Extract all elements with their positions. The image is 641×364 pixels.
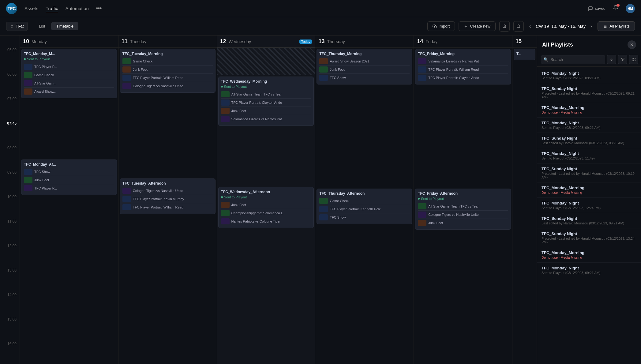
thursday-morning-title: TFC_Thursday_Morning <box>319 52 410 56</box>
friday-name: Friday <box>425 39 437 44</box>
item-thumb <box>221 202 230 208</box>
today-badge: Today <box>299 39 312 44</box>
item-thumb <box>24 177 32 183</box>
create-new-btn[interactable]: Create new <box>459 21 495 31</box>
time-0900: 09:00 <box>0 170 20 195</box>
panel-playlist-1[interactable]: TFC_Sunday Night Protected · Last edited… <box>537 83 641 102</box>
item-thumb <box>24 72 32 78</box>
list-item[interactable]: Game Check <box>122 57 213 66</box>
grid-view-btn[interactable] <box>629 55 638 64</box>
list-item[interactable]: Cologne Tigers vs Nashville Unite <box>418 211 508 219</box>
wednesday-morning-block[interactable]: TFC_Wednesday_Morning Sent to Playout Al… <box>218 77 314 126</box>
list-item[interactable]: TFC Player P... <box>24 63 114 71</box>
monday-morning-status: Sent to Playout <box>24 57 114 61</box>
channel-label: TFC <box>16 24 24 29</box>
friday-afternoon-block[interactable]: TFC_Friday_Afternoon Sent to Playout All… <box>415 189 511 230</box>
playlist-name: TFC_Monday_Night <box>542 151 637 156</box>
panel-playlist-12[interactable]: TFC_Monday_Night Sent to Playout (03/12/… <box>537 263 641 278</box>
list-item[interactable]: All-Star Game: Team TFC vs Tear <box>221 90 311 99</box>
nav-traffic[interactable]: Traffic <box>46 5 58 12</box>
prev-week-btn[interactable]: ‹ <box>527 22 533 30</box>
list-item[interactable]: TFC Player Portrait: Clayton Ande <box>221 99 311 107</box>
list-item[interactable]: TFC Player P... <box>24 184 114 192</box>
view-list-btn[interactable]: List <box>34 22 50 30</box>
list-item[interactable]: TFC Player Portrait: Clayton Ande <box>418 74 508 82</box>
notifications-icon[interactable] <box>613 5 618 12</box>
list-item[interactable]: Junk Foot <box>221 201 311 209</box>
list-item[interactable]: Championshipgame: Salamanca L <box>221 209 311 217</box>
panel-playlist-6[interactable]: TFC_Sunday Night Protected · Last edited… <box>537 163 641 182</box>
next-week-btn[interactable]: › <box>589 22 594 30</box>
list-item[interactable]: Junk Foot <box>418 219 508 227</box>
panel-playlist-3[interactable]: TFC_Monday_Night Sent to Playout (03/12/… <box>537 118 641 133</box>
all-playlists-btn[interactable]: All Playlists <box>598 21 635 31</box>
list-item[interactable]: Cologne Tigers vs Nashville Unite <box>122 187 213 195</box>
view-timetable-btn[interactable]: Timetable <box>51 22 78 30</box>
monday-afternoon-block[interactable]: TFC_Monday_Af... TFC Show Junk Foot TFC … <box>21 159 117 195</box>
panel-playlist-11[interactable]: TFC_Monday_Morning Do not use · Media Mi… <box>537 247 641 263</box>
thursday-morning-block[interactable]: TFC_Thursday_Morning Award Show Season 2… <box>317 49 412 84</box>
list-item[interactable]: Junk Foot <box>319 66 410 74</box>
list-item[interactable]: Award Show Season 2021 <box>319 57 410 66</box>
list-item[interactable]: Nantes Patriots vs Cologne Tiger <box>221 217 311 225</box>
playlist-name: TFC_Monday_Morning <box>542 186 637 190</box>
panel-playlist-5[interactable]: TFC_Monday_Night Sent to Playout (03/12/… <box>537 148 641 163</box>
wednesday-afternoon-block[interactable]: TFC_Wednesday_Afternoon Sent to Playout … <box>218 187 314 228</box>
nav-more-icon[interactable]: ••• <box>96 5 102 12</box>
import-label: Import <box>439 24 450 28</box>
thursday-afternoon-block[interactable]: TFC_Thursday_Afternoon Game Check TFC Pl… <box>317 189 412 224</box>
tuesday-header: 11 Tuesday <box>118 36 217 48</box>
list-item[interactable]: All-Star Game: Team TFC vs Tear <box>418 202 508 211</box>
zoom-out-btn[interactable] <box>513 21 524 32</box>
sort-btn[interactable] <box>607 55 616 64</box>
item-thumb <box>221 210 230 216</box>
list-item[interactable]: Cologne Tigers vs Nashville Unite <box>122 82 213 90</box>
list-item[interactable]: Junk Foot <box>221 107 311 115</box>
item-label: Cologne Tigers vs Nashville Unite <box>428 213 478 216</box>
list-item[interactable]: Salamanca Lizards vs Nantes Pat <box>221 115 311 123</box>
zoom-in-btn[interactable] <box>499 21 510 32</box>
panel-playlist-9[interactable]: TFC_Sunday Night Last edited by Harald M… <box>537 213 641 228</box>
panel-playlist-10[interactable]: TFC_Sunday Night Protected · Last edited… <box>537 228 641 247</box>
panel-playlist-8[interactable]: TFC_Monday_Night Sent to Playout (03/12/… <box>537 198 641 213</box>
list-item[interactable]: Game Check <box>319 197 410 205</box>
panel-playlist-4[interactable]: TFC_Sunday Night Last edited by Harald M… <box>537 133 641 148</box>
list-item[interactable]: Junk Foot <box>24 176 114 184</box>
panel-playlist-2[interactable]: TFC_Monday_Morning Do not use · Media Mi… <box>537 102 641 118</box>
panel-playlist-7[interactable]: TFC_Monday_Morning Do not use · Media Mi… <box>537 182 641 198</box>
nav-assets[interactable]: Assets <box>24 5 38 12</box>
friday-morning-block[interactable]: TFC_Friday_Morning Salamanca Lizards vs … <box>415 49 511 84</box>
panel-search-input[interactable] <box>541 55 605 64</box>
list-item[interactable]: TFC Player Portrait: Kenneth Holc <box>319 205 410 213</box>
monday-afternoon-title: TFC_Monday_Af... <box>24 162 114 167</box>
list-item[interactable]: TFC Player Portrait: Kevin Murphy <box>122 195 213 203</box>
list-item[interactable]: Salamanca Lizards vs Nantes Pat <box>418 57 508 66</box>
panel-close-btn[interactable]: ✕ <box>628 40 636 49</box>
saturday-morning-block[interactable]: T... <box>514 49 535 60</box>
channel-selector[interactable]: TFC <box>6 22 28 31</box>
import-btn[interactable]: Import <box>427 21 455 31</box>
nav-automation[interactable]: Automation <box>66 5 89 12</box>
list-item[interactable]: TFC Show <box>24 168 114 176</box>
panel-playlist-0[interactable]: TFC_Monday_Night Sent to Playout (03/12/… <box>537 68 641 83</box>
tuesday-afternoon-block[interactable]: TFC_Tuesday_Afternoon Cologne Tigers vs … <box>120 178 216 214</box>
list-item[interactable]: TFC Show <box>319 74 410 82</box>
list-item[interactable]: TFC Player Portrait: William Read <box>418 66 508 74</box>
list-item[interactable]: TFC Player Portrait: William Read <box>122 203 213 211</box>
list-item[interactable]: TFC Player Portrait: William Read <box>122 74 213 82</box>
playlist-name: TFC_Monday_Night <box>542 266 637 270</box>
playlist-meta: Protected · Last edited by Harald Mounso… <box>542 92 637 99</box>
list-item[interactable]: All-Star Gam... <box>24 79 114 88</box>
friday-afternoon-status: Sent to Playout <box>418 197 508 201</box>
day-thursday: 13 Thursday TFC_Thursday_Morning Award S… <box>315 36 414 364</box>
list-item[interactable]: Award Show... <box>24 88 114 96</box>
list-item[interactable]: Junk Foot <box>122 66 213 74</box>
filter-btn[interactable] <box>618 55 627 64</box>
tuesday-morning-block[interactable]: TFC_Tuesday_Morning Game Check Junk Foot… <box>120 49 216 93</box>
list-item[interactable]: Game Check <box>24 71 114 79</box>
item-label: TFC Player Portrait: Clayton Ande <box>428 76 479 80</box>
monday-morning-block[interactable]: TFC_Monday_M... Sent to Playout TFC Play… <box>21 49 117 98</box>
user-avatar[interactable]: HM <box>626 4 635 13</box>
tuesday-afternoon-title: TFC_Tuesday_Afternoon <box>122 181 213 186</box>
list-item[interactable]: TFC Show <box>319 213 410 221</box>
